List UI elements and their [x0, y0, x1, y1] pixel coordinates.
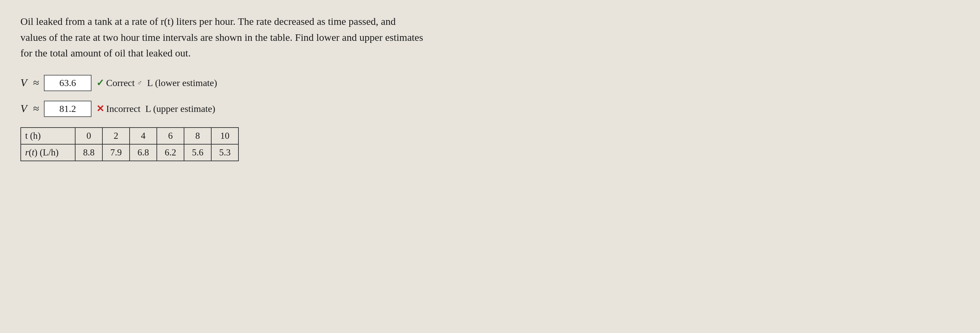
upper-approx-symbol: ≈	[33, 102, 40, 115]
lower-approx-symbol: ≈	[33, 76, 40, 89]
table-header-6: 6	[157, 127, 184, 144]
table-cell-10: 5.3	[211, 144, 239, 161]
table-cell-0: 8.8	[75, 144, 102, 161]
lower-answer-box[interactable]: 63.6	[44, 75, 92, 91]
lower-value: 63.6	[59, 78, 76, 88]
table-data-row: r(t) (L/h) 8.8 7.9 6.8 6.2 5.6 5.3	[21, 144, 239, 161]
edit-icon[interactable]: ♂	[137, 78, 143, 88]
table-header-10: 10	[211, 127, 239, 144]
problem-container: Oil leaked from a tank at a rate of r(t)…	[21, 14, 959, 161]
table-row-label: r(t) (L/h)	[21, 144, 75, 161]
table-header-0: 0	[75, 127, 102, 144]
table-cell-2: 7.9	[102, 144, 130, 161]
check-icon: ✓	[96, 77, 104, 88]
problem-line3: for the total amount of oil that leaked …	[21, 47, 191, 59]
table-cell-4: 6.8	[130, 144, 157, 161]
problem-line2: values of the rate at two hour time inte…	[21, 32, 423, 43]
table-cell-8: 5.6	[184, 144, 211, 161]
lower-status-badge: ✓ Correct ♂	[96, 77, 142, 88]
cross-icon: ✕	[96, 103, 104, 114]
upper-answer-box[interactable]: 81.2	[44, 101, 92, 117]
data-table: t (h) 0 2 4 6 8 10 r(t) (L/h) 8.8 7.9 6.…	[21, 127, 239, 161]
upper-status-badge: ✕ Incorrect	[96, 103, 140, 114]
upper-value: 81.2	[59, 104, 76, 114]
problem-statement: Oil leaked from a tank at a rate of r(t)…	[21, 14, 633, 61]
table-header-row: t (h) 0 2 4 6 8 10	[21, 127, 239, 144]
upper-status-text: Incorrect	[106, 104, 140, 114]
lower-estimate-row: V ≈ 63.6 ✓ Correct ♂ L (lower estimate)	[21, 75, 959, 91]
problem-line1: Oil leaked from a tank at a rate of r(t)…	[21, 16, 396, 27]
table-header-t: t (h)	[21, 127, 75, 144]
upper-variable: V	[21, 102, 27, 115]
lower-status-text: Correct	[106, 78, 135, 88]
table-header-8: 8	[184, 127, 211, 144]
upper-estimate-row: V ≈ 81.2 ✕ Incorrect L (upper estimate)	[21, 101, 959, 117]
lower-variable: V	[21, 76, 27, 89]
lower-unit: L (lower estimate)	[147, 78, 217, 88]
data-table-container: t (h) 0 2 4 6 8 10 r(t) (L/h) 8.8 7.9 6.…	[21, 127, 959, 161]
table-header-2: 2	[102, 127, 130, 144]
table-header-4: 4	[130, 127, 157, 144]
upper-unit: L (upper estimate)	[145, 104, 215, 114]
table-cell-6: 6.2	[157, 144, 184, 161]
